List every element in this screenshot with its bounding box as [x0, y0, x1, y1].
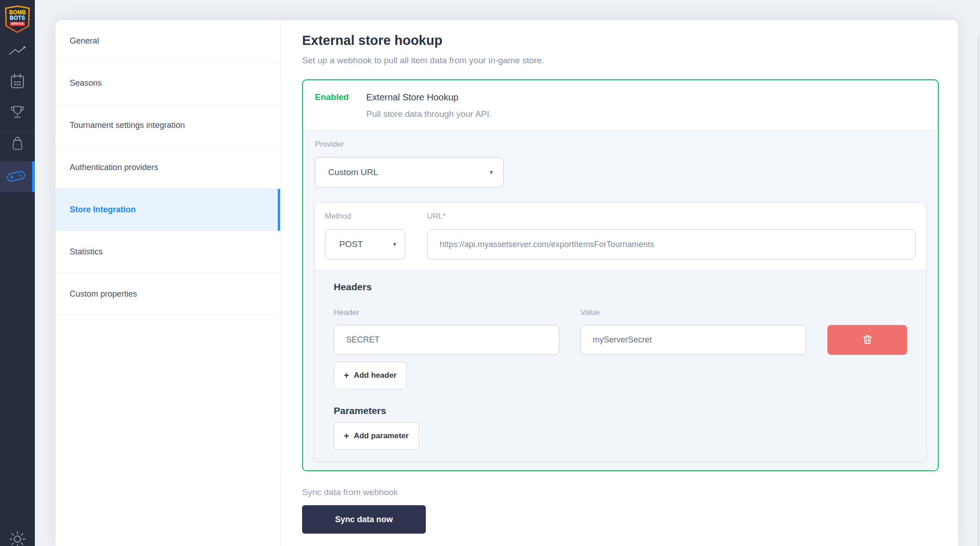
method-select[interactable]: POST ▼: [325, 229, 405, 259]
chevron-down-icon: ▼: [489, 169, 494, 176]
header-value-input[interactable]: [580, 325, 806, 355]
provider-label: Provider: [315, 140, 926, 149]
hookup-card-heading: External Store Hookup Pull store data th…: [366, 92, 492, 119]
nav-item-authentication-providers[interactable]: Authentication providers: [55, 147, 280, 189]
hookup-card-title: External Store Hookup: [366, 92, 492, 103]
settings-sheet: General Seasons Tournament settings inte…: [55, 20, 958, 546]
method-field: Method POST ▼: [325, 212, 405, 259]
calendar-icon: [8, 72, 27, 94]
logo-text-bots: BOTS: [10, 15, 25, 21]
sync-section-label: Sync data from webhook: [302, 487, 939, 497]
nav-item-label: Authentication providers: [70, 163, 158, 172]
gear-icon: [7, 529, 28, 546]
add-header-button[interactable]: + Add header: [334, 362, 407, 389]
trend-chart-icon: [7, 43, 28, 60]
gamepad-icon: [6, 168, 27, 186]
add-parameter-button[interactable]: + Add parameter: [334, 422, 419, 450]
external-store-hookup-card: Enabled External Store Hookup Pull store…: [302, 79, 939, 471]
headers-parameters-section: Headers Header Value: [315, 270, 926, 461]
delete-header-button[interactable]: [827, 325, 907, 355]
sidebar-item-statistics[interactable]: [0, 40, 35, 63]
bomb-bots-arena-logo[interactable]: BOMB BOTS ARENA: [5, 6, 30, 33]
sidebar-item-tournaments[interactable]: [0, 102, 35, 125]
hookup-card-body: Provider Custom URL ▼ Method POST ▼: [303, 130, 938, 470]
logo-text-arena: ARENA: [10, 22, 25, 26]
sidebar-item-seasons[interactable]: [0, 72, 35, 94]
header-name-label: Header: [334, 309, 559, 317]
sync-data-now-button[interactable]: Sync data now: [302, 505, 426, 534]
url-label: URL*: [427, 212, 916, 221]
method-url-row: Method POST ▼ URL*: [315, 203, 926, 270]
method-label: Method: [325, 212, 405, 221]
status-badge: Enabled: [315, 92, 349, 119]
sidebar-divider: [0, 131, 35, 132]
nav-item-tournament-settings-integration[interactable]: Tournament settings integration: [55, 105, 280, 147]
nav-item-store-integration[interactable]: Store Integration: [55, 189, 280, 231]
page-subtitle: Set up a webhook to pull all item data f…: [302, 55, 939, 66]
webhook-request-card: Method POST ▼ URL*: [315, 203, 926, 461]
nav-item-label: Custom properties: [70, 289, 137, 299]
header-value-field: Value: [580, 309, 806, 355]
plus-icon: +: [344, 431, 349, 441]
nav-item-label: General: [70, 36, 99, 46]
page-scrollbar[interactable]: [978, 36, 979, 546]
header-name-field: Header: [334, 309, 559, 355]
header-value-label: Value: [580, 309, 806, 317]
trash-icon: [862, 334, 873, 347]
sidebar-item-settings[interactable]: [0, 526, 35, 546]
settings-nav: General Seasons Tournament settings inte…: [55, 20, 281, 546]
main-content: External store hookup Set up a webhook t…: [281, 20, 961, 546]
icon-sidebar: BOMB BOTS ARENA: [0, 0, 35, 546]
chevron-down-icon: ▼: [392, 241, 397, 248]
provider-select[interactable]: Custom URL ▼: [315, 157, 504, 188]
parameters-section-title: Parameters: [334, 405, 907, 417]
page-title: External store hookup: [302, 33, 939, 48]
nav-item-label: Tournament settings integration: [70, 121, 185, 130]
url-input[interactable]: [427, 229, 916, 259]
nav-item-custom-properties[interactable]: Custom properties: [55, 273, 280, 315]
sidebar-item-game-settings[interactable]: [0, 161, 35, 192]
nav-item-label: Statistics: [70, 247, 103, 257]
plus-icon: +: [344, 370, 349, 381]
add-header-button-label: Add header: [354, 371, 397, 380]
header-name-input[interactable]: [334, 325, 559, 355]
nav-item-general[interactable]: General: [55, 20, 280, 62]
header-row: Header Value: [334, 309, 907, 355]
method-select-value: POST: [339, 239, 363, 249]
nav-item-label: Store Integration: [70, 205, 136, 215]
sidebar-item-store[interactable]: [0, 133, 35, 156]
hookup-card-subtitle: Pull store data through your API.: [366, 109, 492, 119]
nav-item-seasons[interactable]: Seasons: [55, 62, 280, 105]
add-parameter-button-label: Add parameter: [354, 431, 409, 441]
url-field: URL*: [427, 212, 916, 259]
logo-shield: BOMB BOTS ARENA: [6, 7, 28, 32]
nav-item-statistics[interactable]: Statistics: [55, 231, 280, 273]
hookup-card-header: Enabled External Store Hookup Pull store…: [303, 80, 938, 130]
store-integration-page: BOMB BOTS ARENA: [0, 0, 980, 546]
shopping-bag-icon: [8, 134, 27, 155]
nav-item-label: Seasons: [70, 78, 102, 88]
headers-section-title: Headers: [334, 281, 907, 293]
trophy-icon: [8, 103, 27, 124]
provider-select-value: Custom URL: [328, 167, 378, 177]
